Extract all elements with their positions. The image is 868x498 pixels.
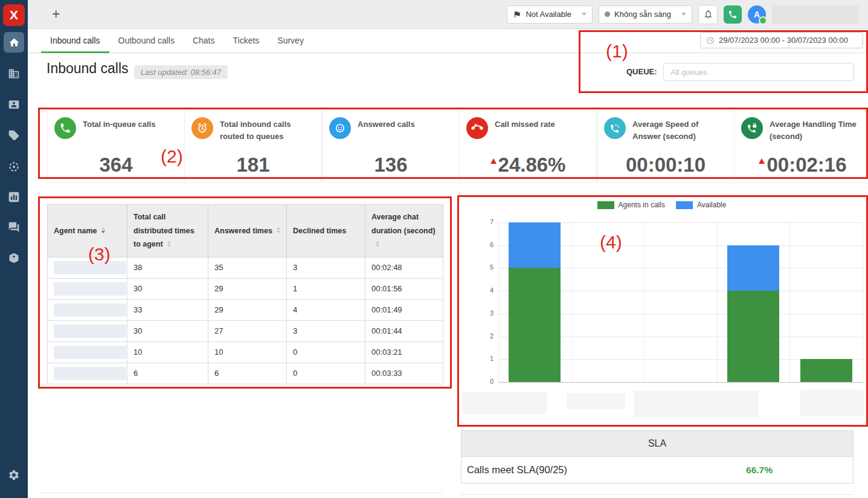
stat-label: Average Handling Time (second) [770, 117, 865, 142]
gear-icon [8, 469, 20, 481]
new-tab-button[interactable]: + [52, 7, 60, 21]
agent-status-select[interactable]: Không sẵn sàng [599, 5, 692, 24]
chevron-down-icon [681, 13, 686, 16]
sla-row-value: 66.7% [666, 465, 853, 476]
redacted-agent-name [54, 346, 126, 359]
bell-icon [703, 9, 713, 19]
redacted-agent-name [54, 261, 126, 274]
sidebar-item-tags[interactable] [8, 129, 20, 141]
building-icon [8, 68, 20, 80]
tab-inbound-calls[interactable]: Inbound calls [41, 28, 109, 53]
table-cell: 0 [287, 363, 365, 384]
x-axis-label-redacted [800, 390, 864, 416]
legend-swatch-blue [676, 201, 693, 209]
agent-table-header: Agent nameTotal call distributed times t… [48, 205, 443, 257]
tag-icon [8, 129, 20, 141]
column-header[interactable]: Average chat duration (second) [365, 205, 443, 257]
target-icon [8, 161, 20, 173]
tab-survey[interactable]: Survey [268, 28, 313, 53]
y-axis-tick: 4 [480, 286, 493, 294]
table-cell: 38 [127, 257, 208, 278]
sidebar-item-contacts[interactable] [8, 99, 20, 111]
sidebar-item-settings[interactable] [8, 469, 20, 481]
table-cell: 6 [208, 363, 287, 384]
stat-card-routed-to-queues: Total inbound calls routed to queues 181 [184, 110, 322, 183]
stat-card-average-handling-time: Average Handling Time (second) 00:02:16 [734, 110, 868, 183]
stat-card-answered-calls: Answered calls 136 [322, 110, 460, 183]
table-cell: 33 [127, 299, 208, 320]
tab-chats[interactable]: Chats [184, 28, 224, 53]
phone-dots-icon [604, 117, 626, 139]
phone-icon [728, 10, 738, 19]
legend-item-agents-in-calls: Agents in calls [597, 201, 665, 209]
sidebar-item-reports[interactable] [8, 191, 20, 203]
stat-value: 181 [185, 154, 321, 176]
redacted-agent-name [54, 325, 126, 338]
stat-card-total-in-queue-calls: Total in-queue calls 364 [47, 110, 185, 183]
table-cell: 30 [127, 278, 208, 299]
table-cell: 1 [287, 278, 365, 299]
bar-segment-agents-in-calls [800, 359, 852, 382]
app-logo[interactable]: X [3, 4, 25, 26]
phone-icon [54, 117, 76, 139]
gridline [789, 222, 790, 382]
table-row: 1010000:03:21 [48, 341, 443, 363]
stat-label: Total inbound calls routed to queues [220, 117, 315, 142]
sidebar-item-products[interactable] [8, 252, 20, 264]
column-header[interactable]: Agent name [48, 205, 127, 257]
home-icon [8, 37, 20, 48]
availability-label: Not Available [526, 10, 571, 19]
stat-value: 136 [323, 154, 459, 176]
queue-input[interactable] [663, 63, 854, 81]
legend-label: Available [697, 201, 726, 209]
sort-icon[interactable] [167, 241, 171, 247]
sla-table: SLA Calls meet SLA(90/25) 66.7% [461, 430, 854, 483]
table-cell: 00:01:44 [365, 320, 443, 341]
table-cell: 29 [208, 278, 287, 299]
sort-icon[interactable] [101, 227, 105, 233]
alarm-clock-icon [191, 117, 213, 139]
table-row: 3835300:02:48 [48, 257, 443, 278]
gridline [863, 222, 863, 382]
tab-tickets[interactable]: Tickets [224, 28, 269, 53]
tab-outbound-calls[interactable]: Outbound calls [109, 28, 184, 53]
divider [461, 494, 854, 495]
table-cell: 00:02:48 [365, 257, 443, 278]
table-cell: 27 [208, 320, 287, 341]
availability-select[interactable]: Not Available [507, 5, 593, 24]
stat-label: Call missed rate [495, 117, 590, 139]
sidebar-item-campaigns[interactable] [8, 161, 20, 173]
table-cell: 4 [287, 299, 365, 320]
y-axis-tick: 7 [480, 218, 493, 225]
sidebar-item-home[interactable] [4, 32, 24, 53]
clock-icon [706, 36, 715, 45]
face-icon [329, 117, 351, 139]
table-cell: 10 [127, 341, 208, 363]
stat-value: 00:00:10 [597, 154, 734, 176]
column-header[interactable]: Total call distributed times to agent [127, 205, 208, 257]
chart-legend: Agents in calls Available [457, 201, 866, 209]
y-axis-tick: 2 [480, 332, 493, 340]
gridline [717, 222, 718, 382]
divider [38, 493, 443, 493]
sort-icon[interactable] [277, 227, 280, 233]
legend-item-available: Available [676, 201, 726, 209]
redacted-user-name [772, 5, 859, 24]
sort-icon[interactable] [376, 241, 379, 247]
column-header[interactable]: Answered times [208, 205, 287, 257]
dialer-button[interactable] [724, 5, 742, 24]
stat-value: 24.86% [460, 154, 596, 176]
chevron-down-icon [582, 13, 587, 16]
notifications-button[interactable] [698, 5, 718, 24]
redacted-agent-name [54, 303, 126, 317]
date-range-picker[interactable]: 29/07/2023 00:00 - 30/07/2023 00:00 [700, 32, 863, 48]
redacted-agent-name [54, 282, 126, 296]
missed-call-icon [466, 117, 488, 139]
stat-label: Total in-queue calls [83, 117, 178, 139]
avatar[interactable]: A [748, 5, 766, 24]
sidebar-item-chats[interactable] [8, 221, 20, 233]
table-cell: 3 [287, 257, 365, 278]
bar-segment-available [509, 222, 561, 268]
sidebar-item-organization[interactable] [8, 68, 20, 80]
gridline [571, 222, 572, 382]
